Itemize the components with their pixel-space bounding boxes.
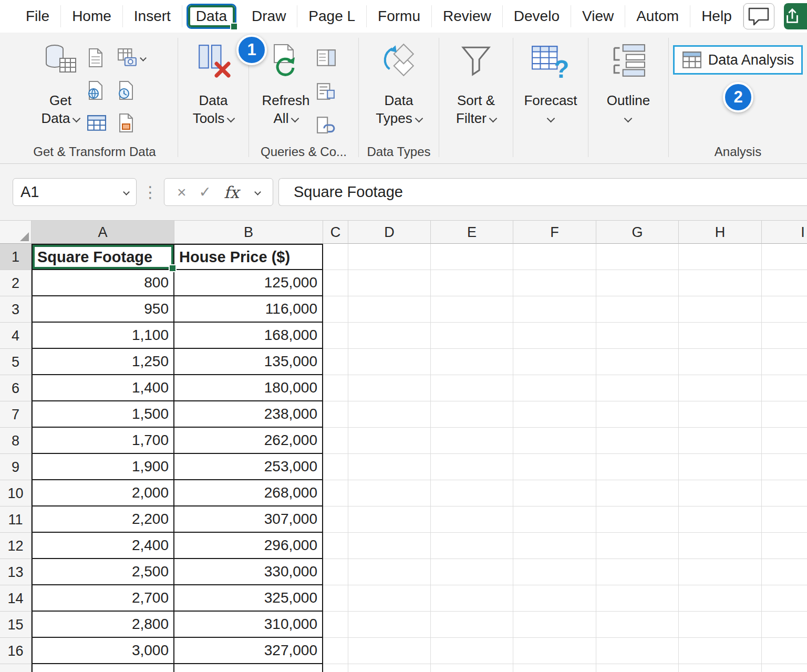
cell-H9[interactable] <box>679 454 762 480</box>
cell-B17[interactable] <box>174 664 323 672</box>
tab-help[interactable]: Help <box>690 5 743 27</box>
cell-D2[interactable] <box>348 270 431 296</box>
column-header-H[interactable]: H <box>679 221 762 244</box>
cell-A14[interactable]: 2,700 <box>32 585 174 612</box>
cell-E12[interactable] <box>431 533 513 559</box>
cell-B2[interactable]: 125,000 <box>174 270 323 296</box>
column-header-D[interactable]: D <box>348 221 431 244</box>
cell-C8[interactable] <box>323 428 348 454</box>
cell-F16[interactable] <box>513 638 596 664</box>
cell-I16[interactable] <box>762 638 807 664</box>
cell-D10[interactable] <box>348 480 431 506</box>
cell-B15[interactable]: 310,000 <box>174 612 323 638</box>
cell-E7[interactable] <box>431 401 513 428</box>
row-header-11[interactable]: 11 <box>0 506 32 533</box>
cell-A13[interactable]: 2,500 <box>32 559 174 585</box>
column-header-E[interactable]: E <box>431 221 513 244</box>
cell-F10[interactable] <box>513 480 596 506</box>
cell-E4[interactable] <box>431 323 513 349</box>
cell-I12[interactable] <box>762 533 807 559</box>
column-header-G[interactable]: G <box>596 221 679 244</box>
cell-G11[interactable] <box>596 506 679 533</box>
cell-A16[interactable]: 3,000 <box>32 638 174 664</box>
cell-D4[interactable] <box>348 323 431 349</box>
cell-B12[interactable]: 296,000 <box>174 533 323 559</box>
cell-D16[interactable] <box>348 638 431 664</box>
cell-F7[interactable] <box>513 401 596 428</box>
cell-H5[interactable] <box>679 349 762 375</box>
cell-E2[interactable] <box>431 270 513 296</box>
cell-D5[interactable] <box>348 349 431 375</box>
row-header-17[interactable] <box>0 664 32 672</box>
tab-automate[interactable]: Autom <box>625 5 690 27</box>
cell-B14[interactable]: 325,000 <box>174 585 323 612</box>
cell-I15[interactable] <box>762 612 807 638</box>
cell-A9[interactable]: 1,900 <box>32 454 174 480</box>
cell-I7[interactable] <box>762 401 807 428</box>
edit-links-button[interactable] <box>316 111 346 139</box>
cell-D7[interactable] <box>348 401 431 428</box>
cell-H14[interactable] <box>679 585 762 612</box>
cell-A3[interactable]: 950 <box>32 296 174 323</box>
cell-A4[interactable]: 1,100 <box>32 323 174 349</box>
cell-H3[interactable] <box>679 296 762 323</box>
cell-E3[interactable] <box>431 296 513 323</box>
cell-C13[interactable] <box>323 559 348 585</box>
cell-C14[interactable] <box>323 585 348 612</box>
cell-H15[interactable] <box>679 612 762 638</box>
get-data-button[interactable]: Get Data <box>42 40 80 128</box>
sort-filter-button[interactable]: Sort & Filter <box>456 40 496 128</box>
cell-E9[interactable] <box>431 454 513 480</box>
refresh-all-button[interactable]: Refresh All <box>262 40 309 128</box>
cell-I4[interactable] <box>762 323 807 349</box>
properties-button[interactable] <box>316 78 346 105</box>
cell-F3[interactable] <box>513 296 596 323</box>
tab-developer[interactable]: Develo <box>503 5 571 27</box>
cell-G15[interactable] <box>596 612 679 638</box>
cell-G13[interactable] <box>596 559 679 585</box>
cell-G16[interactable] <box>596 638 679 664</box>
cell-C10[interactable] <box>323 480 348 506</box>
cell-G6[interactable] <box>596 375 679 401</box>
cell-F1[interactable] <box>513 244 596 270</box>
cell-F9[interactable] <box>513 454 596 480</box>
cell-F17[interactable] <box>513 664 596 672</box>
cell-C6[interactable] <box>323 375 348 401</box>
cell-A5[interactable]: 1,250 <box>32 349 174 375</box>
cell-C5[interactable] <box>323 349 348 375</box>
cell-D14[interactable] <box>348 585 431 612</box>
cell-E14[interactable] <box>431 585 513 612</box>
cell-C2[interactable] <box>323 270 348 296</box>
cell-I9[interactable] <box>762 454 807 480</box>
cell-A12[interactable]: 2,400 <box>32 533 174 559</box>
cell-F8[interactable] <box>513 428 596 454</box>
tab-draw[interactable]: Draw <box>241 5 297 27</box>
row-header-6[interactable]: 6 <box>0 375 32 401</box>
insert-function-icon[interactable]: fx <box>224 183 239 202</box>
cell-I3[interactable] <box>762 296 807 323</box>
cell-I5[interactable] <box>762 349 807 375</box>
cell-B8[interactable]: 262,000 <box>174 428 323 454</box>
tab-file[interactable]: File <box>15 5 61 27</box>
queries-connections-button[interactable] <box>316 44 346 71</box>
row-header-16[interactable]: 16 <box>0 638 32 664</box>
cell-I1[interactable] <box>762 244 807 270</box>
share-button[interactable] <box>784 3 807 29</box>
cell-E17[interactable] <box>431 664 513 672</box>
from-picture-button[interactable] <box>117 44 147 71</box>
cell-C7[interactable] <box>323 401 348 428</box>
row-header-1[interactable]: 1 <box>0 244 32 270</box>
cell-B13[interactable]: 330,000 <box>174 559 323 585</box>
cell-B6[interactable]: 180,000 <box>174 375 323 401</box>
cell-B16[interactable]: 327,000 <box>174 638 323 664</box>
cell-D9[interactable] <box>348 454 431 480</box>
data-analysis-button[interactable]: Data Analysis <box>673 45 803 75</box>
tab-review[interactable]: Review <box>432 5 503 27</box>
cell-D3[interactable] <box>348 296 431 323</box>
enter-icon[interactable]: ✓ <box>199 183 211 201</box>
cell-I2[interactable] <box>762 270 807 296</box>
cell-F4[interactable] <box>513 323 596 349</box>
formula-input[interactable]: Square Footage <box>278 178 807 206</box>
cell-F6[interactable] <box>513 375 596 401</box>
cell-I10[interactable] <box>762 480 807 506</box>
